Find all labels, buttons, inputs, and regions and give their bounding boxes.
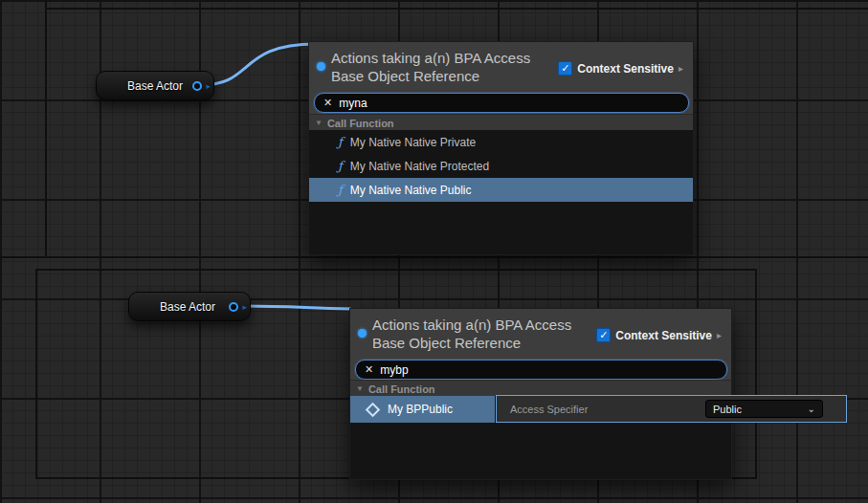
node-title: Base Actor [160, 300, 215, 314]
search-box[interactable]: ✕ [314, 93, 689, 113]
function-icon: ƒ [338, 183, 343, 197]
checkbox-checked-icon[interactable]: ✓ [596, 328, 611, 342]
seam-line [0, 256, 868, 258]
context-sensitive-toggle[interactable]: ✓ Context Sensitive ▸ [596, 328, 722, 342]
context-menu-bottom: Actions taking a(n) BPA Access Base Obje… [349, 308, 732, 480]
checkbox-checked-icon[interactable]: ✓ [558, 61, 572, 76]
category-label: Call Function [327, 118, 394, 129]
function-icon: ƒ [338, 159, 343, 173]
seam-line [755, 269, 757, 479]
pin-arrow-icon: ▸ [206, 79, 211, 93]
context-sensitive-label: Context Sensitive [577, 62, 674, 76]
blueprint-graph-canvas[interactable]: { "icons": { "clear": "✕", "check": "✓",… [0, 0, 868, 503]
menu-header: Actions taking a(n) BPA Access Base Obje… [309, 42, 693, 114]
wire-top [201, 44, 316, 85]
pin-type-bullet-icon [358, 329, 367, 338]
wire-bottom [241, 306, 350, 309]
category-label: Call Function [368, 383, 435, 395]
dropdown-value: Public [713, 404, 742, 415]
node-base-actor-top[interactable]: Base Actor ▸ [96, 71, 214, 100]
clear-search-icon[interactable]: ✕ [323, 97, 332, 109]
menu-title: Actions taking a(n) BPA Access Base Obje… [372, 316, 612, 352]
object-output-pin[interactable] [229, 302, 238, 312]
chevron-down-icon: ⌄ [808, 404, 815, 414]
chevron-right-icon[interactable]: ▸ [679, 63, 683, 74]
menu-item-my-native-native-public[interactable]: ƒ My Native Native Public [309, 178, 693, 202]
menu-item-my-bppublic[interactable]: My BPPublic [350, 396, 495, 423]
menu-item-my-native-native-protected[interactable]: ƒ My Native Native Protected [309, 154, 693, 178]
seam-line [45, 0, 47, 258]
seam-line [45, 8, 868, 10]
access-specifier-dropdown[interactable]: Public ⌄ [705, 400, 823, 418]
clear-search-icon[interactable]: ✕ [365, 363, 373, 376]
action-list: ƒ My Native Native Private ƒ My Native N… [309, 130, 693, 254]
menu-header: Actions taking a(n) BPA Access Base Obje… [350, 309, 731, 381]
pin-arrow-icon: ▸ [242, 300, 247, 314]
search-input[interactable] [380, 363, 718, 377]
seam-line [35, 269, 757, 271]
access-specifier-label: Access Specifier [510, 404, 588, 415]
function-icon: ƒ [338, 135, 343, 149]
node-base-actor-bottom[interactable]: Base Actor ▸ [128, 292, 251, 321]
node-title: Base Actor [127, 79, 183, 93]
object-output-pin[interactable] [192, 81, 202, 91]
menu-title: Actions taking a(n) BPA Access Base Obje… [331, 49, 570, 85]
chevron-right-icon[interactable]: ▸ [717, 330, 722, 340]
context-sensitive-label: Context Sensitive [615, 329, 712, 342]
pin-type-bullet-icon [317, 62, 325, 71]
search-input[interactable] [339, 97, 679, 110]
menu-item-my-native-native-private[interactable]: ƒ My Native Native Private [309, 130, 693, 154]
access-specifier-panel: Access Specifier Public ⌄ [496, 395, 847, 423]
search-box[interactable]: ✕ [355, 360, 727, 380]
context-sensitive-toggle[interactable]: ✓ Context Sensitive ▸ [558, 61, 683, 76]
triangle-down-icon: ▼ [315, 119, 323, 127]
triangle-down-icon: ▼ [356, 384, 364, 393]
blueprint-function-icon [366, 402, 381, 417]
seam-line [35, 269, 37, 479]
context-menu-top: Actions taking a(n) BPA Access Base Obje… [308, 41, 694, 255]
